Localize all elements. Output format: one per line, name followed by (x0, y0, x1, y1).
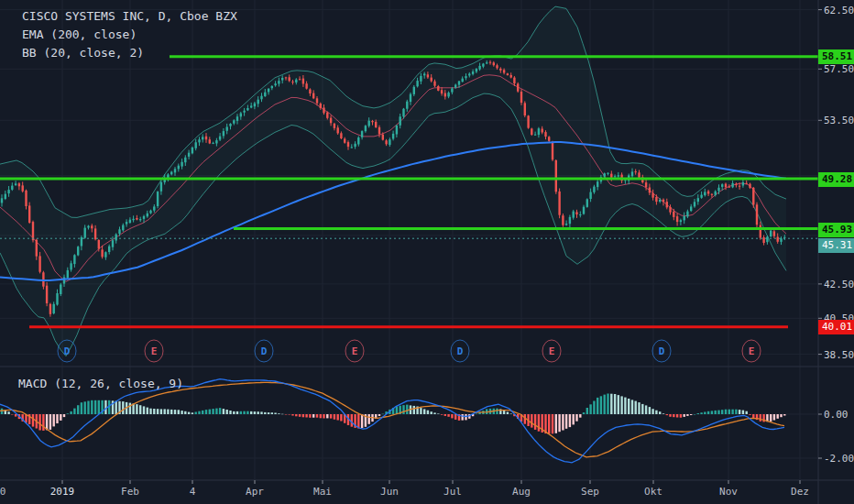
macd-hist-bar (46, 414, 48, 430)
macd-hist-bar (604, 395, 606, 414)
candle (721, 184, 723, 187)
candle (700, 195, 702, 198)
candle (126, 222, 127, 225)
macd-tick-label: -2.00 (824, 453, 854, 465)
candle (673, 212, 674, 217)
candle (552, 142, 553, 160)
candle (507, 73, 509, 75)
macd-hist-bar (715, 411, 717, 414)
candle (655, 197, 657, 202)
candle (651, 193, 653, 198)
macd-hist-bar (305, 414, 307, 418)
candle (271, 86, 273, 88)
chart-legend: CISCO SYSTEMS INC, D, Cboe BZX EMA (200,… (22, 7, 237, 62)
macd-hist-bar (122, 401, 124, 414)
macd-hist-bar (704, 412, 706, 415)
macd-hist-bar (454, 414, 456, 420)
candle (558, 192, 560, 215)
macd-hist-bar (655, 411, 657, 414)
macd-hist-bar (149, 409, 151, 414)
time-tick-label: Dez (791, 486, 809, 498)
candle (53, 304, 55, 313)
candle (188, 153, 190, 157)
chart-canvas[interactable]: DEDEDEDE (0, 0, 854, 504)
macd-hist-bar (42, 414, 44, 431)
macd-signal-line (0, 382, 784, 457)
macd-hist-bar (680, 414, 682, 418)
macd-hist-bar (565, 414, 567, 429)
candle (122, 225, 124, 231)
macd-hist-bar (226, 410, 228, 414)
macd-hist-bar (236, 411, 238, 414)
candle (198, 139, 200, 142)
macd-hist-bar (697, 413, 699, 414)
candle (746, 183, 748, 184)
candle (289, 77, 290, 81)
candle (392, 134, 394, 139)
macd-hist-bar (246, 411, 248, 414)
macd-hist-bar (178, 410, 180, 414)
macd-hist-bar (728, 410, 730, 414)
price-tick-label: 38.50 (824, 348, 854, 360)
svg-text:E: E (749, 345, 755, 357)
candle (295, 80, 297, 82)
candle (153, 206, 155, 210)
macd-hist-bar (531, 414, 532, 428)
tradingview-chart-window[interactable]: DEDEDEDE CISCO SYSTEMS INC, D, Cboe BZX … (0, 0, 854, 504)
candle (49, 304, 51, 314)
candle (433, 82, 435, 86)
candle (98, 240, 100, 249)
macd-hist-bar (413, 406, 415, 414)
macd-hist-bar (641, 404, 643, 414)
macd-hist-bar (465, 414, 466, 420)
candle (334, 124, 335, 128)
macd-hist-bar (666, 414, 668, 415)
macd-hist-bar (569, 414, 571, 427)
macd-hist-bar (188, 412, 190, 414)
macd-hist-bar (139, 405, 141, 414)
macd-hist-bar (63, 414, 65, 417)
macd-hist-bar (115, 401, 117, 414)
price-tick-label: 53.50 (824, 115, 854, 126)
candle (555, 160, 557, 192)
candle (454, 85, 456, 88)
candle (84, 228, 86, 238)
macd-hist-bar (215, 409, 217, 414)
candle (108, 247, 110, 252)
candle (607, 173, 608, 174)
candle (215, 140, 217, 143)
candle (354, 144, 356, 147)
candle (174, 169, 176, 172)
macd-hist-bar (437, 413, 439, 414)
macd-hist-bar (548, 414, 550, 433)
candle (326, 113, 328, 118)
bb-legend: BB (20, close, 2) (22, 44, 237, 62)
candle (195, 142, 197, 148)
candle (112, 240, 114, 247)
candle (178, 166, 180, 170)
macd-hist-bar (295, 414, 297, 416)
candle (312, 93, 314, 99)
candle (686, 212, 688, 217)
candle (427, 74, 429, 77)
candle (589, 192, 591, 199)
dividend-earnings-markers[interactable]: DEDEDEDE (58, 340, 761, 362)
time-tick-label: 0 (0, 486, 5, 498)
macd-hist-bar (250, 411, 252, 414)
candle (22, 185, 24, 191)
candle (773, 231, 775, 236)
candle (676, 216, 678, 222)
macd-hist-bar (610, 394, 612, 414)
candle (240, 114, 242, 117)
macd-hist-bar (56, 414, 58, 423)
svg-text:E: E (352, 345, 358, 357)
candle (281, 78, 283, 81)
price-level-badge: 45.93 (818, 223, 854, 237)
candle (423, 74, 425, 76)
candle (597, 181, 598, 187)
time-tick-label: Okt (644, 486, 662, 498)
macd-hist-bar (94, 400, 96, 414)
candle (416, 81, 418, 86)
price-tick-label: 62.50 (824, 4, 854, 16)
candle (451, 89, 453, 93)
